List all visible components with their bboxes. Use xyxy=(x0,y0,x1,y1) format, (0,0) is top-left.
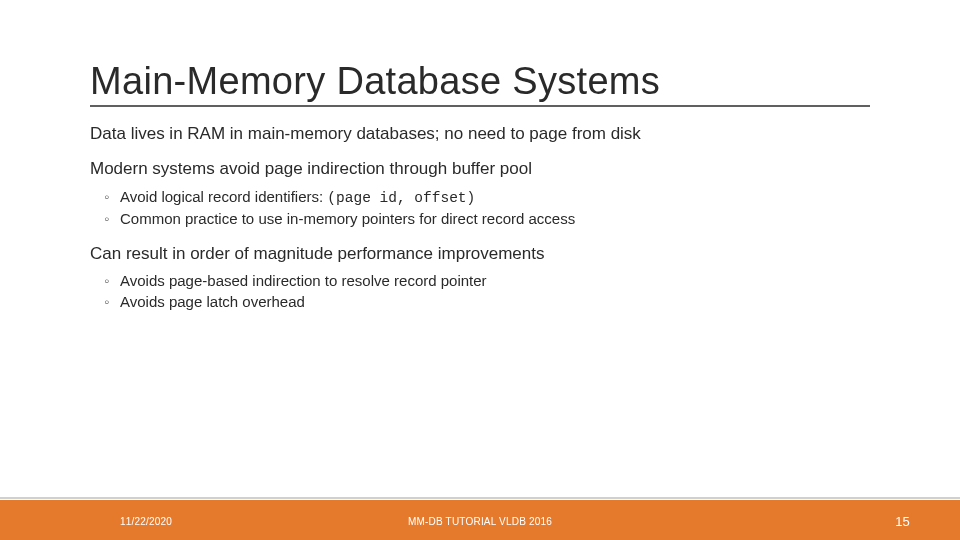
slide-body: Main-Memory Database Systems Data lives … xyxy=(0,0,960,312)
footer: 11/22/2020 MM-DB TUTORIAL VLDB 2016 15 xyxy=(0,497,960,540)
body-text-3: Can result in order of magnitude perform… xyxy=(90,243,870,264)
footer-center-text: MM-DB TUTORIAL VLDB 2016 xyxy=(408,516,552,527)
divider-gray xyxy=(0,497,960,499)
body-text-1: Data lives in RAM in main-memory databas… xyxy=(90,123,870,144)
footer-strip: 11/22/2020 MM-DB TUTORIAL VLDB 2016 15 xyxy=(0,502,960,540)
slide-title: Main-Memory Database Systems xyxy=(90,60,870,103)
code-inline: (page id, offset) xyxy=(327,190,475,206)
footer-date: 11/22/2020 xyxy=(20,516,172,527)
divider-orange xyxy=(0,500,960,502)
sub-item: Avoids page latch overhead xyxy=(104,291,870,312)
footer-page-number: 15 xyxy=(895,514,940,529)
sub-list-1: Avoid logical record identifiers: (page … xyxy=(90,186,870,229)
body-text-2: Modern systems avoid page indirection th… xyxy=(90,158,870,179)
sub-item-text: Avoid logical record identifiers: xyxy=(120,188,327,205)
sub-item: Avoid logical record identifiers: (page … xyxy=(104,186,870,208)
sub-item: Avoids page-based indirection to resolve… xyxy=(104,270,870,291)
sub-list-2: Avoids page-based indirection to resolve… xyxy=(90,270,870,312)
sub-item: Common practice to use in-memory pointer… xyxy=(104,208,870,229)
title-underline xyxy=(90,105,870,107)
footer-divider xyxy=(0,497,960,502)
